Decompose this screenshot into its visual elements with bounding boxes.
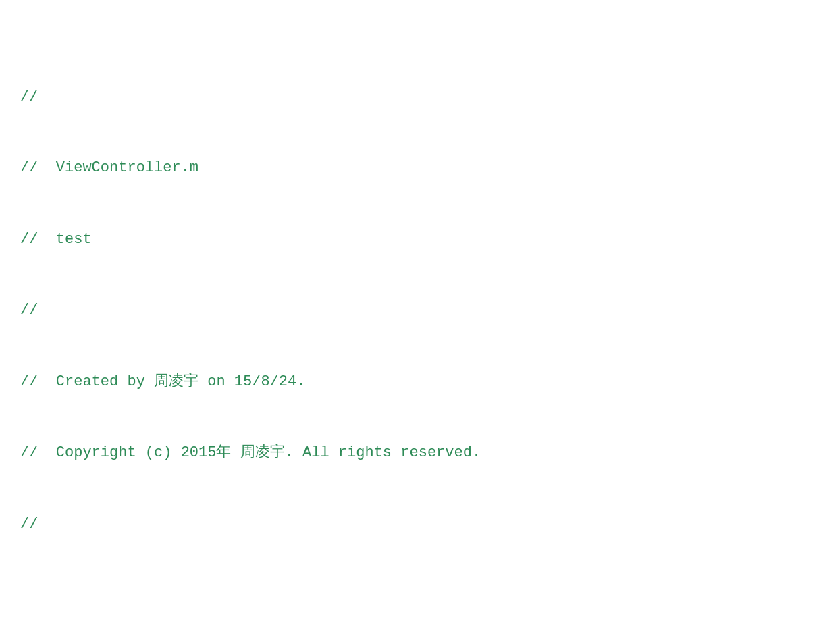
line-comment-4: // bbox=[20, 298, 801, 322]
line-blank-1 bbox=[20, 584, 801, 608]
line-comment-6: // Copyright (c) 2015年 周凌宇. All rights r… bbox=[20, 441, 801, 464]
line-comment-5: // Created by 周凌宇 on 15/8/24. bbox=[20, 370, 801, 394]
line-comment-1: // bbox=[20, 85, 801, 109]
code-editor: // // ViewController.m // test // // Cre… bbox=[20, 14, 801, 644]
line-comment-2: // ViewController.m bbox=[20, 156, 801, 180]
line-comment-7: // bbox=[20, 512, 801, 536]
line-comment-3: // test bbox=[20, 227, 801, 251]
